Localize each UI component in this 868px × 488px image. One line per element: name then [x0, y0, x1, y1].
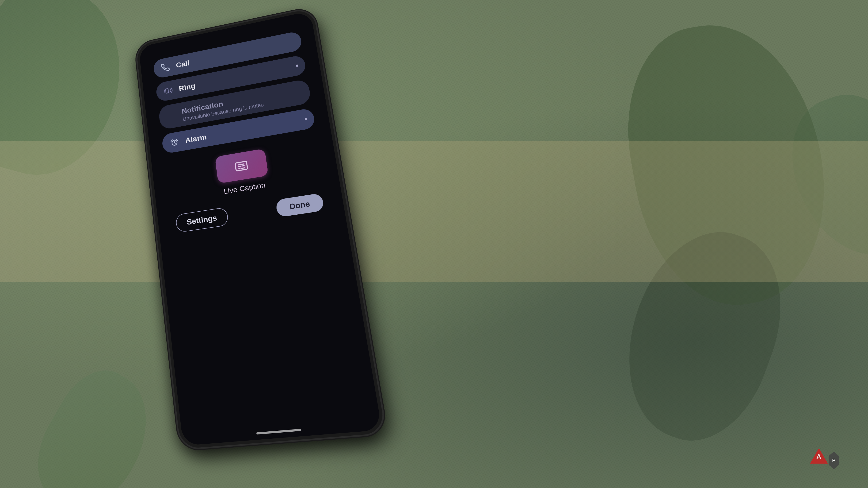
phone-icon	[159, 61, 172, 74]
svg-rect-3	[168, 113, 172, 118]
svg-rect-1	[165, 89, 169, 93]
notification-label-group: Notification Unavailable because ring is…	[181, 92, 264, 122]
svg-line-2	[167, 115, 168, 118]
call-label: Call	[176, 59, 190, 69]
bg-beige-area	[0, 141, 868, 282]
ring-label: Ring	[178, 81, 196, 93]
live-caption-button[interactable]	[215, 149, 269, 184]
vibrate-icon	[162, 84, 174, 97]
alarm-label: Alarm	[185, 132, 207, 145]
captions-icon	[234, 158, 249, 174]
svg-line-8	[238, 164, 244, 165]
alarm-dot-indicator	[305, 118, 307, 120]
settings-button[interactable]: Settings	[175, 207, 229, 233]
live-caption-label: Live Caption	[223, 181, 266, 196]
live-caption-section: Live Caption	[215, 149, 270, 196]
android-police-watermark: A P	[812, 441, 840, 469]
ring-dot-indicator	[296, 64, 298, 67]
alarm-icon	[168, 136, 181, 149]
bottom-actions: Settings Done	[171, 192, 330, 233]
home-indicator	[256, 429, 301, 435]
done-button[interactable]: Done	[275, 193, 324, 217]
notification-vibrate-icon	[165, 109, 178, 122]
svg-rect-7	[235, 161, 248, 171]
